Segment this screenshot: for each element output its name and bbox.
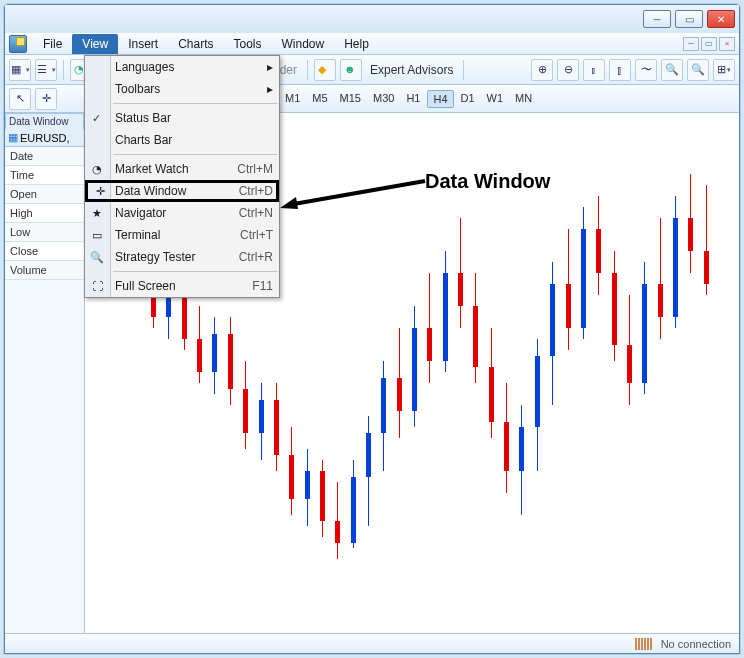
profiles-button[interactable]: ☰ <box>35 59 57 81</box>
magnify-plus-button[interactable]: 🔍 <box>661 59 683 81</box>
candle <box>596 113 601 633</box>
menu-item-label: Languages <box>115 60 174 74</box>
separator <box>307 60 308 80</box>
candle <box>612 113 617 633</box>
chart-mini-icon: ▦ <box>8 131 18 144</box>
timeframe-m30[interactable]: M30 <box>368 90 399 108</box>
menu-shortcut: Ctrl+D <box>239 184 273 198</box>
menu-item-label: Market Watch <box>115 162 189 176</box>
data-window-tab[interactable]: Data Window <box>5 113 84 129</box>
minimize-button[interactable]: ─ <box>643 10 671 28</box>
menu-item-data-window[interactable]: ✛Data WindowCtrl+D <box>85 180 279 202</box>
menu-view[interactable]: View <box>72 34 118 54</box>
menu-item-label: Data Window <box>115 184 186 198</box>
menu-item-languages[interactable]: Languages▸ <box>85 56 279 78</box>
separator <box>63 60 64 80</box>
chart-type1-button[interactable]: ⫾ <box>583 59 605 81</box>
zoom-out-icon: ⊖ <box>564 63 573 76</box>
submenu-arrow-icon: ▸ <box>267 82 273 96</box>
symbol-label: EURUSD, <box>20 132 70 144</box>
data-window-row-time: Time <box>5 166 84 185</box>
view-menu-dropdown: Languages▸Toolbars▸Status BarCharts Bar◔… <box>84 55 280 298</box>
navigator-icon: ★ <box>89 205 105 221</box>
diamond-icon: ◆ <box>318 63 332 77</box>
data-window-row-open: Open <box>5 185 84 204</box>
menu-shortcut: Ctrl+N <box>239 206 273 220</box>
menu-item-label: Strategy Tester <box>115 250 195 264</box>
chart-config-button[interactable]: ⊞ <box>713 59 735 81</box>
metaquotes-button[interactable]: ◆ <box>314 59 336 81</box>
titlebar: ─ ▭ ✕ <box>5 5 739 33</box>
cursor-button[interactable]: ↖ <box>9 88 31 110</box>
timeframe-m5[interactable]: M5 <box>307 90 332 108</box>
menu-separator <box>113 154 277 155</box>
expert-advisors-label: Expert Advisors <box>366 63 457 77</box>
expert-advisors-button[interactable]: ☻ <box>340 59 362 81</box>
data-window-row-date: Date <box>5 147 84 166</box>
tester-icon: 🔍 <box>89 249 105 265</box>
magnify-plus-icon: 🔍 <box>665 63 679 76</box>
svg-line-0 <box>288 181 425 205</box>
menu-insert[interactable]: Insert <box>118 34 168 54</box>
crosshair-icon: ✛ <box>42 92 51 105</box>
mdi-restore-button[interactable]: ▭ <box>701 37 717 51</box>
menu-file[interactable]: File <box>33 34 72 54</box>
maximize-button[interactable]: ▭ <box>675 10 703 28</box>
menu-item-full-screen[interactable]: ⛶Full ScreenF11 <box>85 275 279 297</box>
candle <box>550 113 555 633</box>
menu-charts[interactable]: Charts <box>168 34 223 54</box>
timeframe-h4[interactable]: H4 <box>427 90 453 108</box>
menu-item-navigator[interactable]: ★NavigatorCtrl+N <box>85 202 279 224</box>
zoom-out-button[interactable]: ⊖ <box>557 59 579 81</box>
data-window-row-high: High <box>5 204 84 223</box>
close-button[interactable]: ✕ <box>707 10 735 28</box>
menu-window[interactable]: Window <box>272 34 335 54</box>
profiles-icon: ☰ <box>37 63 51 77</box>
candle <box>704 113 709 633</box>
candle <box>627 113 632 633</box>
crosshair-button[interactable]: ✛ <box>35 88 57 110</box>
new-chart-button[interactable]: ▦ <box>9 59 31 81</box>
menu-item-terminal[interactable]: ▭TerminalCtrl+T <box>85 224 279 246</box>
candle <box>642 113 647 633</box>
timeframe-d1[interactable]: D1 <box>456 90 480 108</box>
zoom-in-button[interactable]: ⊕ <box>531 59 553 81</box>
market-watch-icon: ◔ <box>89 161 105 177</box>
timeframe-w1[interactable]: W1 <box>482 90 509 108</box>
mdi-close-button[interactable]: × <box>719 37 735 51</box>
annotation-label: Data Window <box>425 170 550 193</box>
menu-shortcut: Ctrl+R <box>239 250 273 264</box>
chart-type2-button[interactable]: ⫿ <box>609 59 631 81</box>
zoom-in-icon: ⊕ <box>538 63 547 76</box>
menu-item-label: Charts Bar <box>115 133 172 147</box>
svg-marker-1 <box>280 197 298 209</box>
menu-item-strategy-tester[interactable]: 🔍Strategy TesterCtrl+R <box>85 246 279 268</box>
menu-item-label: Status Bar <box>115 111 171 125</box>
timeframe-mn[interactable]: MN <box>510 90 537 108</box>
submenu-arrow-icon: ▸ <box>267 60 273 74</box>
menu-item-label: Navigator <box>115 206 166 220</box>
menu-shortcut: F11 <box>252 279 273 293</box>
magnify-minus-button[interactable]: 🔍 <box>687 59 709 81</box>
menu-separator <box>113 103 277 104</box>
timeframe-h1[interactable]: H1 <box>401 90 425 108</box>
menu-help[interactable]: Help <box>334 34 379 54</box>
menu-tools[interactable]: Tools <box>224 34 272 54</box>
menu-item-charts-bar[interactable]: Charts Bar <box>85 129 279 151</box>
menu-item-market-watch[interactable]: ◔Market WatchCtrl+M <box>85 158 279 180</box>
timeframe-m1[interactable]: M1 <box>280 90 305 108</box>
menu-item-toolbars[interactable]: Toolbars▸ <box>85 78 279 100</box>
app-icon <box>9 35 27 53</box>
candle <box>581 113 586 633</box>
separator <box>463 60 464 80</box>
line-chart-icon: 〜 <box>641 62 652 77</box>
chart-type3-button[interactable]: 〜 <box>635 59 657 81</box>
data-window-panel: Data Window ▦ EURUSD, DateTimeOpenHighLo… <box>5 113 85 633</box>
mdi-minimize-button[interactable]: ─ <box>683 37 699 51</box>
data-window-row-low: Low <box>5 223 84 242</box>
menu-item-status-bar[interactable]: Status Bar <box>85 107 279 129</box>
timeframe-m15[interactable]: M15 <box>335 90 366 108</box>
connection-bars-icon <box>635 638 653 650</box>
candle <box>658 113 663 633</box>
data-window-row-close: Close <box>5 242 84 261</box>
